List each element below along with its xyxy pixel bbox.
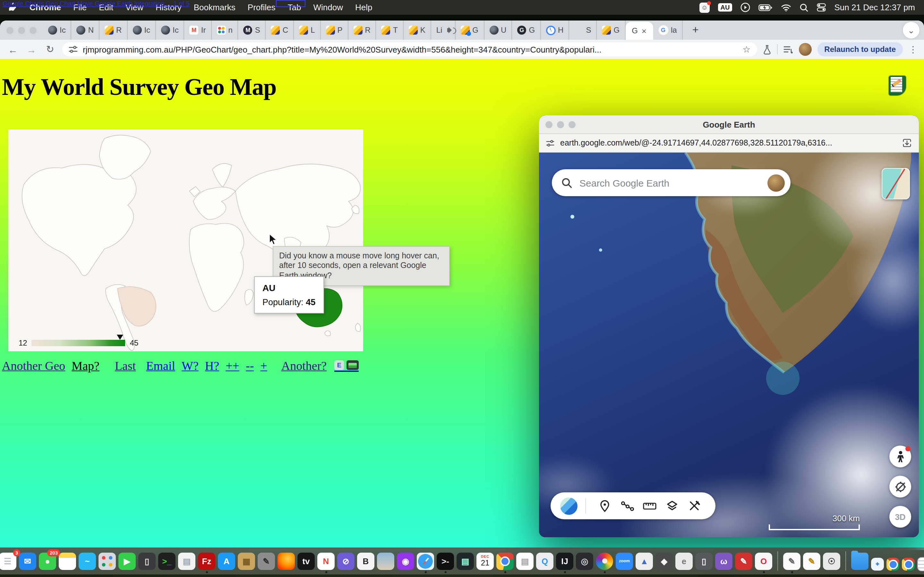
tab[interactable]: R [99, 21, 128, 40]
tab[interactable]: G [597, 21, 625, 40]
tab[interactable]: T [376, 21, 404, 40]
tab[interactable]: n [212, 21, 238, 40]
dock-zoom[interactable]: zoom [615, 552, 633, 570]
compass-location-button[interactable] [889, 476, 911, 498]
dock-min-window[interactable] [917, 557, 924, 571]
tab[interactable]: G [456, 21, 484, 40]
e-badge-icon[interactable]: E [334, 360, 344, 370]
wifi-icon[interactable] [781, 3, 792, 11]
3d-toggle-button[interactable]: 3D [889, 506, 911, 528]
link-[interactable]: + [260, 359, 267, 373]
input-source-badge[interactable]: AU [718, 3, 732, 11]
tab[interactable]: MIr [184, 21, 212, 40]
earth-profile-avatar[interactable] [767, 174, 785, 191]
icon-links[interactable]: E [334, 360, 359, 372]
tab[interactable]: C [266, 21, 294, 40]
earth-site-settings-icon[interactable] [546, 139, 554, 147]
dock-brush-app[interactable]: ✎ [735, 552, 752, 570]
menu-profiles[interactable]: Profiles [248, 3, 276, 12]
reading-list-icon[interactable] [783, 45, 793, 53]
geochart-map[interactable]: 12 45 [8, 129, 363, 351]
dock-podcasts[interactable]: ◉ [397, 552, 414, 570]
dock-quicktime[interactable]: Q [536, 552, 553, 570]
link-[interactable]: ++ [226, 359, 239, 373]
tab[interactable]: R [349, 21, 376, 40]
tab-close-icon[interactable]: × [642, 26, 646, 35]
placemark-pin-icon[interactable] [594, 492, 616, 519]
tab[interactable]: N [71, 21, 99, 40]
battery-icon[interactable] [759, 3, 773, 11]
dock-app-store[interactable]: A [218, 552, 235, 570]
site-settings-icon[interactable] [69, 45, 78, 54]
dock-freeform-app[interactable]: ~ [79, 552, 96, 570]
control-center-icon[interactable] [817, 3, 826, 11]
menu-window[interactable]: Window [313, 3, 343, 12]
dock-launchpad[interactable] [99, 552, 116, 570]
dock-messages[interactable]: ●203 [39, 552, 56, 570]
earth-url-text[interactable]: earth.google.com/web/@-24.91714697,44.02… [560, 139, 897, 147]
menubar-clock[interactable]: Sun 21 Dec 12:37 pm [835, 3, 915, 12]
dock-iterm[interactable]: >- [437, 552, 454, 570]
tab[interactable]: Li [431, 21, 456, 40]
relaunch-to-update-button[interactable]: Relaunch to update [817, 42, 903, 56]
dock-elephant-app[interactable]: e [675, 552, 693, 570]
measure-ruler-icon[interactable] [638, 492, 661, 519]
tab[interactable]: GG [512, 21, 541, 40]
google-earth-logo-icon[interactable] [560, 497, 577, 514]
dock-firefox[interactable] [278, 552, 295, 570]
link-map[interactable]: Map? [71, 359, 99, 373]
chrome-menu-kebab-icon[interactable]: ⋮ [909, 44, 918, 55]
tab[interactable]: S [569, 21, 597, 40]
dock-bbedit[interactable]: B [357, 552, 375, 570]
dock-min-chrome-1[interactable] [887, 558, 899, 571]
link-[interactable]: -- [246, 359, 254, 373]
tab[interactable]: MS [238, 21, 266, 40]
dock-libreoffice[interactable]: ▤ [178, 552, 195, 570]
reload-button[interactable]: ↻ [44, 44, 57, 55]
path-route-icon[interactable] [616, 492, 638, 519]
link-last[interactable]: Last [115, 359, 136, 373]
dock-focus-app[interactable]: ⊘ [337, 552, 355, 570]
menu-help[interactable]: Help [355, 3, 373, 12]
dock-chrome[interactable] [496, 552, 514, 570]
window-controls[interactable] [6, 27, 37, 34]
bookmark-star-icon[interactable]: ☆ [742, 44, 750, 55]
tab[interactable]: Ic [128, 21, 156, 40]
extension-flask-icon[interactable] [762, 45, 771, 54]
new-tab-button[interactable]: + [688, 23, 703, 38]
dock-lens-app[interactable]: ◎ [576, 552, 593, 570]
dock-terminal[interactable]: >_ [158, 552, 176, 570]
omnibox[interactable]: rjmprogramming.com.au/PHP/GeoChart/geo_c… [62, 42, 757, 56]
tab[interactable]: P [321, 21, 349, 40]
dock-news[interactable]: N [317, 552, 334, 570]
dock-prism-app[interactable]: ▲ [636, 552, 653, 570]
earth-satellite-view[interactable]: Search Google Earth [539, 153, 919, 537]
dock-preview-photo[interactable] [377, 552, 394, 570]
tab[interactable]: H [541, 21, 569, 40]
dock-cat-app[interactable]: ω [715, 552, 732, 570]
back-button[interactable]: ← [6, 44, 19, 55]
dock-inkscape[interactable]: ◆ [656, 552, 673, 570]
url-text[interactable]: rjmprogramming.com.au/PHP/GeoChart/geo_c… [83, 45, 737, 54]
spotlight-search-icon[interactable] [800, 3, 809, 12]
dock-safari[interactable] [417, 552, 434, 570]
dock-gimp[interactable]: ✎ [258, 552, 275, 570]
dock-facetime[interactable]: ▶ [118, 552, 136, 570]
forward-button[interactable]: → [25, 44, 38, 55]
layers-icon[interactable] [661, 492, 683, 519]
dock-documents-folder[interactable] [851, 552, 869, 570]
tab-active[interactable]: G× [625, 22, 653, 40]
dock-code-editor[interactable]: ▤ [457, 552, 474, 570]
link-w[interactable]: W? [182, 359, 199, 373]
link-email[interactable]: Email [146, 359, 175, 373]
earth-title-bar[interactable]: Google Earth [539, 115, 919, 134]
dock-calendar[interactable]: DEC21 [477, 552, 494, 570]
tab[interactable]: Gla [653, 21, 683, 40]
dock-iphone-mirroring[interactable]: ▯ [138, 552, 156, 570]
link-another[interactable]: Another? [281, 359, 326, 373]
dock-apple-tv[interactable]: tv [297, 552, 315, 570]
dock-palette-app[interactable] [596, 552, 613, 570]
menubar-app-icon[interactable]: ☺ [699, 2, 710, 13]
earth-url-bar[interactable]: earth.google.com/web/@-24.91714697,44.02… [539, 134, 919, 153]
dock-gold-app[interactable]: ▦ [238, 552, 255, 570]
